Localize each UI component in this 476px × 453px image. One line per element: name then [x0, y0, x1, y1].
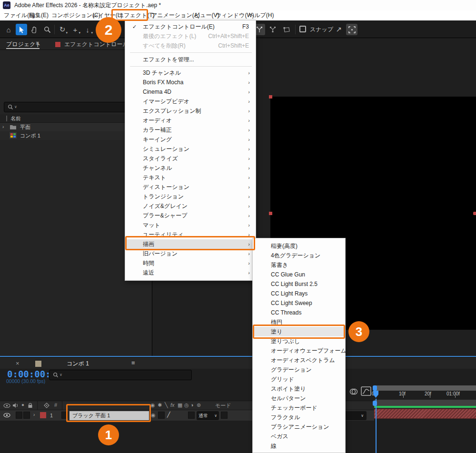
layer-anchor-point[interactable]: [473, 212, 476, 215]
switch-cell[interactable]: [221, 412, 228, 419]
dolly-camera-icon[interactable]: ↓▾: [82, 24, 93, 35]
menu-item-simulation[interactable]: シミュレーション›: [126, 144, 256, 154]
menu-item-keying[interactable]: キーイング›: [126, 135, 256, 144]
submenu-item-audio-waveform[interactable]: オーディオウェーブフォーム: [254, 346, 345, 355]
mask-vertex-tool-icon[interactable]: [267, 24, 278, 35]
snap-checkbox[interactable]: [299, 26, 306, 32]
frame-blending-icon[interactable]: [349, 387, 358, 396]
cursor-arrow-icon[interactable]: ↗: [333, 24, 345, 35]
fx-switch-icon: fx: [170, 402, 175, 408]
layer-label-swatch[interactable]: [40, 412, 46, 418]
submenu-item-grid[interactable]: グリッド: [254, 374, 345, 384]
menu-item-expression-controls[interactable]: エクスプレッション制›: [126, 106, 256, 116]
menu-item-stylize[interactable]: スタイライズ›: [126, 154, 256, 163]
home-icon[interactable]: ⌂: [3, 24, 14, 35]
collapse-switch-icon: ✱: [158, 402, 162, 408]
menu-item-distort[interactable]: ディストーション›: [126, 182, 256, 192]
submenu-item-audio-spectrum[interactable]: オーディオスペクトラム: [254, 355, 345, 365]
window-title: Adobe After Effects 2026 - 名称未設定プロジェクト.a…: [14, 1, 161, 10]
submenu-item-scribble[interactable]: 落書き: [254, 260, 345, 270]
menu-item-last-effect: 最後のエフェクト(L) Ctrl+Alt+Shift+E: [126, 31, 256, 41]
menu-item-blur-sharpen[interactable]: ブラー&シャープ›: [126, 211, 256, 220]
zoom-tool-icon[interactable]: [41, 24, 53, 35]
submenu-item-4color-gradient[interactable]: 4色グラデーション: [254, 251, 345, 260]
menu-edit[interactable]: 編集(E): [30, 11, 49, 20]
menu-item-matte[interactable]: マット›: [126, 220, 256, 230]
menu-animation[interactable]: アニメーション(A): [151, 11, 200, 20]
label-column-strip: [6, 116, 7, 121]
switch-cell[interactable]: [188, 412, 195, 419]
pan-camera-icon[interactable]: +▾: [69, 24, 81, 35]
submenu-item-write-on[interactable]: ブラシアニメーション: [254, 422, 345, 432]
toolbar-separator: [54, 25, 55, 34]
hand-tool-icon[interactable]: [29, 24, 40, 35]
annotation-box-fill: [253, 325, 345, 339]
submenu-item-fractal[interactable]: フラクタル: [254, 413, 345, 422]
playhead-line[interactable]: [376, 399, 377, 453]
solo-cell[interactable]: [23, 412, 30, 419]
menu-item-effect-controls[interactable]: ✓ エフェクトコントロール(E) F3: [126, 22, 256, 31]
menu-item-time[interactable]: 時間›: [126, 258, 256, 268]
work-area-bar[interactable]: [374, 385, 476, 391]
submenu-item-gradient-ramp[interactable]: グラデーション: [254, 365, 345, 374]
menu-item-remove-all: すべてを削除(R) Ctrl+Shift+E: [126, 41, 256, 50]
column-divider: [37, 401, 38, 410]
layer-handle-top-left[interactable]: [269, 95, 272, 98]
expand-arrow-icon[interactable]: ›: [2, 124, 4, 129]
menu-item-cinema-4d[interactable]: Cinema 4D›: [126, 87, 256, 97]
submenu-item-checkerboard[interactable]: チェッカーボード: [254, 403, 345, 413]
folder-icon: [10, 124, 17, 130]
submenu-item-cc-light-burst[interactable]: CC Light Burst 2.5: [254, 279, 345, 289]
submenu-item-vegas[interactable]: ベガス: [254, 432, 345, 441]
menu-item-noise-grain[interactable]: ノイズ&グレイン›: [126, 201, 256, 211]
submenu-item-stroke[interactable]: 線: [254, 441, 345, 451]
close-tab-icon[interactable]: ×: [16, 360, 20, 367]
submenu-item-cell-pattern[interactable]: セルパターン: [254, 394, 345, 403]
layer-duration-bar[interactable]: [374, 409, 476, 419]
selection-tool-icon[interactable]: [16, 24, 27, 35]
submenu-item-cc-threads[interactable]: CC Threads: [254, 308, 345, 317]
audio-column-icon: [12, 403, 19, 408]
graph-editor-icon[interactable]: [361, 386, 371, 396]
adjustment-switch-icon: ◑: [190, 402, 194, 408]
menu-item-boris-fx-mocha[interactable]: Boris FX Mocha›: [126, 78, 256, 87]
switch-cell[interactable]: [158, 412, 165, 419]
menu-item-3d-channel[interactable]: 3D チャンネル›: [126, 68, 256, 78]
menu-help[interactable]: ヘルプ(H): [248, 11, 274, 20]
parent-pickwhip-icon[interactable]: ◉: [151, 412, 156, 418]
submenu-item-advanced-lightning[interactable]: 稲妻(高度): [254, 241, 345, 251]
audio-cell[interactable]: [16, 412, 22, 419]
active-tab-underline: [6, 48, 40, 49]
menu-item-color-correction[interactable]: カラー補正›: [126, 125, 256, 135]
panel-menu-icon[interactable]: ≡: [36, 40, 39, 47]
menu-item-channel[interactable]: チャンネル›: [126, 163, 256, 173]
submenu-item-cc-glue-gun[interactable]: CC Glue Gun: [254, 270, 345, 279]
search-dropdown-icon[interactable]: ∨: [60, 373, 62, 377]
menu-item-manage-effects[interactable]: エフェクトを管理...: [126, 55, 256, 64]
menu-bar: ファイル(F) 編集(E) コンポジション(C) レイヤー(L) エフェクト(T…: [0, 10, 476, 20]
mode-column-header[interactable]: モード: [215, 402, 231, 409]
menu-item-text[interactable]: テキスト›: [126, 173, 256, 182]
menu-item-transition[interactable]: トランジション›: [126, 192, 256, 201]
menu-item-immersive-video[interactable]: イマーシブビデオ›: [126, 97, 256, 106]
playhead-icon[interactable]: [373, 390, 379, 398]
free-transform-tool-icon[interactable]: [281, 24, 292, 35]
annotation-box-layer-name: [66, 404, 151, 422]
layer-handle-mid-left[interactable]: [269, 212, 272, 215]
orbit-camera-icon[interactable]: ↻▾: [57, 24, 68, 35]
menu-item-audio[interactable]: オーディオ›: [126, 116, 256, 125]
submenu-item-cc-light-sweep[interactable]: CC Light Sweep: [254, 298, 345, 308]
tab-comp1[interactable]: コンポ 1: [67, 360, 89, 368]
submenu-item-cc-light-rays[interactable]: CC Light Rays: [254, 289, 345, 298]
region-of-interest-icon[interactable]: [346, 24, 357, 35]
menu-item-perspective[interactable]: 遠近›: [126, 268, 256, 277]
submenu-item-eyedropper-fill[interactable]: スポイト塗り: [254, 384, 345, 394]
layer-eye-icon[interactable]: [3, 413, 10, 418]
blend-mode-dropdown[interactable]: 通常∨: [197, 411, 219, 420]
timeline-search-input[interactable]: ∨: [49, 370, 192, 380]
menu-item-obsolete[interactable]: 旧バージョン›: [126, 249, 256, 258]
search-dropdown-icon[interactable]: ∨: [14, 105, 17, 109]
quality-switch-value[interactable]: ╱: [167, 412, 170, 418]
panel-menu-icon[interactable]: ≡: [131, 359, 135, 366]
layer-expand-arrow[interactable]: ›: [33, 412, 35, 417]
